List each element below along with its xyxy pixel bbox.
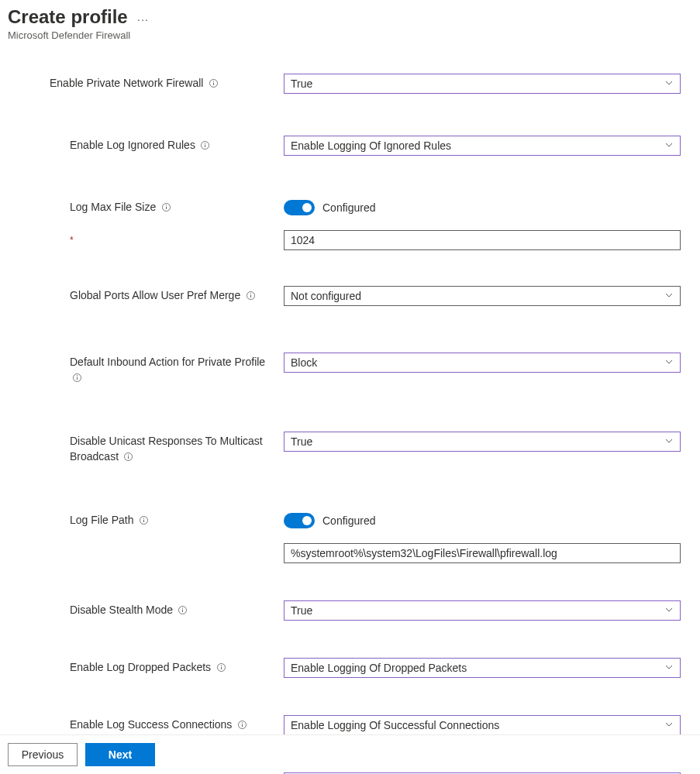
select-value: Block bbox=[291, 356, 317, 369]
select-disable_unicast_multicast[interactable]: True bbox=[284, 432, 681, 452]
previous-button[interactable]: Previous bbox=[8, 743, 78, 766]
setting-label: Enable Log Ignored Rules bbox=[8, 136, 284, 153]
info-icon[interactable] bbox=[123, 452, 134, 463]
page-title: Create profile bbox=[8, 6, 128, 28]
chevron-down-icon bbox=[664, 719, 674, 731]
info-icon[interactable] bbox=[216, 662, 226, 673]
select-enable_private_firewall[interactable]: True bbox=[284, 74, 681, 94]
svg-point-20 bbox=[143, 518, 144, 518]
setting-label-text: Enable Log Dropped Packets bbox=[70, 661, 211, 673]
setting-row-default_inbound_private: Default Inbound Action for Private Profi… bbox=[8, 353, 692, 385]
info-icon[interactable] bbox=[178, 605, 188, 616]
toggle-state-label: Configured bbox=[322, 514, 376, 527]
select-disable_stealth_mode[interactable]: True bbox=[284, 600, 681, 621]
select-value: Enable Logging Of Ignored Rules bbox=[291, 139, 451, 152]
setting-label-text: Log Max File Size bbox=[70, 201, 156, 213]
toggle-knob bbox=[302, 203, 312, 212]
setting-label-text: Log File Path bbox=[70, 514, 134, 526]
setting-field: True bbox=[284, 74, 681, 94]
setting-row-global_ports_merge: Global Ports Allow User Pref Merge Not c… bbox=[8, 286, 692, 306]
chevron-down-icon bbox=[664, 290, 674, 302]
text-input-value: 1024 bbox=[291, 234, 315, 246]
setting-field: True bbox=[284, 432, 681, 452]
setting-row-enable_log_dropped: Enable Log Dropped Packets Enable Loggin… bbox=[8, 658, 692, 678]
svg-point-14 bbox=[76, 375, 77, 376]
info-icon[interactable] bbox=[236, 720, 247, 731]
required-indicator: * bbox=[70, 235, 74, 246]
select-value: True bbox=[291, 604, 312, 617]
setting-row-log_file_path_toggle: Log File Path Configured bbox=[8, 511, 692, 531]
info-icon[interactable] bbox=[160, 202, 171, 213]
setting-row-enable_log_success: Enable Log Success Connections Enable Lo… bbox=[8, 715, 692, 735]
setting-label: Enable Log Success Connections bbox=[8, 715, 284, 732]
select-enable_log_dropped[interactable]: Enable Logging Of Dropped Packets bbox=[284, 658, 681, 678]
page-subtitle: Microsoft Defender Firewall bbox=[8, 29, 692, 41]
setting-label-text: Global Ports Allow User Pref Merge bbox=[70, 289, 240, 301]
setting-label-text: Default Inbound Action for Private Profi… bbox=[70, 356, 265, 368]
setting-label-text: Enable Log Ignored Rules bbox=[70, 139, 195, 151]
info-icon[interactable] bbox=[138, 515, 149, 526]
toggle-log_max_file_size[interactable] bbox=[284, 200, 315, 215]
text-input-log_max_file_size_value[interactable]: 1024 bbox=[284, 230, 681, 250]
select-value: True bbox=[291, 435, 312, 448]
svg-point-23 bbox=[182, 607, 183, 608]
setting-row-log_max_file_size_value: *1024 bbox=[8, 230, 692, 250]
setting-field: Enable Logging Of Successful Connections bbox=[284, 715, 681, 735]
setting-label: Disable Unicast Responses To Multicast B… bbox=[8, 432, 284, 464]
setting-label: Enable Private Network Firewall bbox=[8, 74, 284, 91]
setting-field: True bbox=[284, 600, 681, 621]
info-icon[interactable] bbox=[245, 291, 256, 301]
select-value: Not configured bbox=[291, 290, 361, 302]
text-input-value: %systemroot%\system32\LogFiles\Firewall\… bbox=[291, 547, 557, 559]
setting-label: Global Ports Allow User Pref Merge bbox=[8, 286, 284, 303]
text-input-log_file_path_value[interactable]: %systemroot%\system32\LogFiles\Firewall\… bbox=[284, 543, 681, 563]
select-value: Enable Logging Of Successful Connections bbox=[291, 719, 499, 731]
toggle-knob bbox=[302, 516, 312, 525]
toggle-log_file_path_toggle[interactable] bbox=[284, 513, 315, 528]
setting-label-text: Enable Private Network Firewall bbox=[50, 77, 203, 89]
setting-field: Configured bbox=[284, 198, 681, 218]
setting-field: Not configured bbox=[284, 286, 681, 306]
setting-field: Enable Logging Of Ignored Rules bbox=[284, 136, 681, 156]
chevron-down-icon bbox=[664, 356, 674, 369]
setting-field: 1024 bbox=[284, 230, 681, 250]
svg-point-29 bbox=[242, 722, 243, 723]
select-global_ports_merge[interactable]: Not configured bbox=[284, 286, 681, 306]
select-enable_log_ignored[interactable]: Enable Logging Of Ignored Rules bbox=[284, 136, 681, 156]
more-icon[interactable]: ··· bbox=[137, 13, 150, 25]
select-default_inbound_private[interactable]: Block bbox=[284, 353, 681, 373]
setting-label bbox=[8, 543, 284, 545]
settings-form: Enable Private Network Firewall TrueEnab… bbox=[8, 74, 692, 774]
svg-point-5 bbox=[205, 143, 205, 143]
chevron-down-icon bbox=[664, 662, 674, 674]
setting-label: Disable Stealth Mode bbox=[8, 600, 284, 617]
chevron-down-icon bbox=[664, 139, 674, 152]
chevron-down-icon bbox=[664, 604, 674, 617]
setting-row-enable_log_ignored: Enable Log Ignored Rules Enable Logging … bbox=[8, 136, 692, 156]
setting-label-text: Enable Log Success Connections bbox=[70, 718, 232, 731]
next-button[interactable]: Next bbox=[85, 743, 155, 766]
svg-point-11 bbox=[250, 293, 251, 294]
setting-label: Default Inbound Action for Private Profi… bbox=[8, 353, 284, 385]
setting-label-text: Disable Stealth Mode bbox=[70, 604, 173, 616]
setting-row-enable_private_firewall: Enable Private Network Firewall True bbox=[8, 74, 692, 94]
setting-label: Log File Path bbox=[8, 511, 284, 528]
setting-row-log_max_file_size: Log Max File Size Configured bbox=[8, 198, 692, 218]
setting-row-disable_unicast_multicast: Disable Unicast Responses To Multicast B… bbox=[8, 432, 692, 464]
setting-field: Block bbox=[284, 353, 681, 373]
svg-point-17 bbox=[128, 454, 129, 455]
select-value: True bbox=[291, 77, 312, 90]
setting-field: Configured bbox=[284, 511, 681, 531]
setting-row-log_file_path_value: %systemroot%\system32\LogFiles\Firewall\… bbox=[8, 543, 692, 563]
svg-point-8 bbox=[166, 205, 167, 205]
select-enable_log_success[interactable]: Enable Logging Of Successful Connections bbox=[284, 715, 681, 735]
setting-label: Enable Log Dropped Packets bbox=[8, 658, 284, 675]
svg-point-26 bbox=[220, 665, 221, 666]
info-icon[interactable] bbox=[200, 140, 211, 151]
info-icon[interactable] bbox=[71, 373, 82, 384]
setting-field: Enable Logging Of Dropped Packets bbox=[284, 658, 681, 678]
footer-bar: Previous Next bbox=[0, 734, 700, 774]
info-icon[interactable] bbox=[208, 78, 219, 89]
svg-point-2 bbox=[213, 81, 214, 81]
setting-label: Log Max File Size bbox=[8, 198, 284, 215]
